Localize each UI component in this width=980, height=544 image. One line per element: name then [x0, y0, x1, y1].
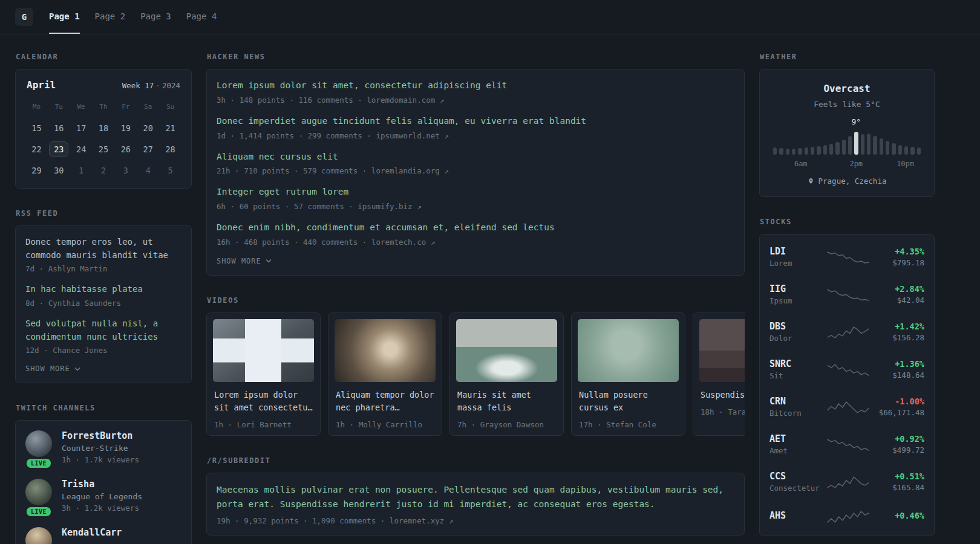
- video-title[interactable]: Suspendisse diam: [701, 389, 745, 401]
- subreddit-post-title[interactable]: Maecenas mollis pulvinar erat non posuer…: [217, 483, 734, 512]
- hn-item: Donec enim nibh, condimentum et accumsan…: [217, 221, 734, 247]
- video-row: Lorem ipsum dolor sit amet consectetu… 1…: [206, 312, 745, 436]
- weather-time-label: 2pm: [849, 160, 863, 168]
- channel-game: Counter-Strike: [62, 444, 139, 453]
- channel-name[interactable]: Trisha: [62, 479, 142, 490]
- hn-item-title[interactable]: Donec imperdiet augue tincidunt felis al…: [217, 115, 734, 128]
- video-thumbnail[interactable]: [335, 319, 436, 382]
- stock-change: +2.84%: [895, 284, 924, 294]
- weather-bar: [817, 146, 820, 155]
- hn-item: Aliquam nec cursus elit 21h · 710 points…: [217, 151, 734, 176]
- video-card[interactable]: Nullam posuere cursus ex 17h · Stefan Co…: [571, 312, 685, 436]
- subreddit-card: Maecenas mollis pulvinar erat non posuer…: [206, 473, 745, 536]
- hackernews-card: Lorem ipsum dolor sit amet, consectetur …: [206, 69, 745, 276]
- weather-bar: [848, 136, 852, 155]
- stock-row[interactable]: DBS Dolor +1.42% $156.28: [769, 313, 924, 351]
- video-title[interactable]: Aliquam tempor dolor nec pharetra…: [336, 389, 434, 414]
- stock-symbol: CCS: [769, 471, 826, 482]
- tab-page-2[interactable]: Page 2: [95, 0, 126, 34]
- stock-row[interactable]: IIG Ipsum +2.84% $42.04: [769, 276, 924, 313]
- hn-item-title[interactable]: Aliquam nec cursus elit: [217, 151, 734, 164]
- stock-price: $165.84: [892, 483, 924, 492]
- video-thumbnail[interactable]: [699, 319, 745, 382]
- twitch-channel[interactable]: LIVE ForrestBurton Counter-Strike 1h · 1…: [25, 430, 181, 464]
- hn-item-title[interactable]: Lorem ipsum dolor sit amet, consectetur …: [217, 79, 734, 92]
- stock-identity: DBS Dolor: [769, 321, 826, 343]
- videos-widget: VIDEOS Lorem ipsum dolor sit amet consec…: [206, 296, 745, 436]
- rss-item: Donec tempor eros leo, ut commodo mauris…: [25, 236, 181, 273]
- stock-values: -1.00% $66,171.48: [879, 397, 924, 417]
- stock-name: Sit: [769, 371, 826, 380]
- rss-item: In hac habitasse platea 8d · Cynthia Sau…: [25, 283, 181, 308]
- hn-item-title[interactable]: Integer eget rutrum lorem: [217, 186, 734, 199]
- calendar-day: 23: [49, 141, 68, 157]
- rss-item: Sed volutpat nulla nisl, a condimentum n…: [25, 317, 181, 355]
- right-column: WEATHER Overcast Feels like 5°C 9° 6am2p…: [759, 53, 935, 544]
- calendar-day: 18: [93, 120, 115, 136]
- rss-item-title[interactable]: Donec tempor eros leo, ut commodo mauris…: [25, 236, 181, 262]
- calendar-day: 4: [137, 163, 159, 178]
- hn-show-more-button[interactable]: SHOW MORE: [217, 257, 272, 265]
- stock-name: Amet: [769, 446, 826, 455]
- channel-name[interactable]: KendallCarr: [62, 527, 122, 538]
- stock-sparkline: [826, 287, 870, 302]
- video-title[interactable]: Lorem ipsum dolor sit amet consectetu…: [214, 389, 313, 414]
- video-card[interactable]: Lorem ipsum dolor sit amet consectetu… 1…: [206, 312, 321, 436]
- weather-bar: [823, 145, 827, 155]
- stock-row[interactable]: CCS Consectetur +0.51% $165.84: [769, 463, 924, 500]
- video-card[interactable]: Suspendisse diam 18h · Tara: [693, 312, 745, 436]
- weather-bar: [873, 136, 877, 155]
- stock-row[interactable]: AET Amet +0.92% $499.72: [769, 426, 924, 463]
- calendar-day: 22: [25, 141, 48, 157]
- video-title[interactable]: Nullam posuere cursus ex: [579, 389, 678, 414]
- app-logo[interactable]: G: [15, 8, 33, 26]
- avatar-wrap: [25, 527, 52, 544]
- hn-item-meta: 3h · 148 points · 116 comments · loremdo…: [217, 96, 734, 105]
- rss-item-title[interactable]: In hac habitasse platea: [25, 283, 181, 296]
- video-thumbnail[interactable]: [213, 319, 314, 382]
- rss-show-more-button[interactable]: SHOW MORE: [25, 364, 80, 373]
- video-thumbnail[interactable]: [456, 319, 557, 382]
- hn-item-title[interactable]: Donec enim nibh, condimentum et accumsan…: [217, 221, 734, 235]
- tab-page-4[interactable]: Page 4: [186, 0, 217, 34]
- weather-bar: [854, 132, 858, 155]
- stock-values: +1.36% $148.64: [892, 359, 924, 380]
- avatar: [25, 430, 52, 457]
- video-card[interactable]: Aliquam tempor dolor nec pharetra… 1h · …: [328, 312, 442, 436]
- calendar-day: 15: [25, 120, 48, 136]
- calendar-month: April: [27, 79, 56, 91]
- calendar-day: 25: [93, 141, 115, 157]
- calendar-day: 19: [114, 120, 137, 136]
- channel-name[interactable]: ForrestBurton: [62, 430, 139, 441]
- stocks-widget: STOCKS LDI Lorem +4.35% $795.18 IIG: [759, 218, 935, 536]
- stock-row[interactable]: CRN Bitcorn -1.00% $66,171.48: [769, 388, 924, 426]
- tab-page-3[interactable]: Page 3: [140, 0, 171, 34]
- rss-widget: RSS FEED Donec tempor eros leo, ut commo…: [15, 209, 192, 383]
- rss-item-title[interactable]: Sed volutpat nulla nisl, a condimentum n…: [25, 317, 181, 343]
- stock-values: +2.84% $42.04: [895, 284, 924, 305]
- hn-item: Lorem ipsum dolor sit amet, consectetur …: [217, 79, 734, 105]
- video-title[interactable]: Mauris sit amet massa felis: [457, 389, 556, 414]
- weather-bar: [880, 138, 883, 155]
- video-card[interactable]: Mauris sit amet massa felis 7h · Grayson…: [449, 312, 564, 436]
- twitch-channel[interactable]: LIVE Trisha League of Legends 3h · 1.2k …: [25, 479, 181, 513]
- stock-row[interactable]: SNRC Sit +1.36% $148.64: [769, 351, 924, 388]
- stock-row[interactable]: AHS +0.46%: [769, 500, 924, 532]
- show-more-label: SHOW MORE: [217, 257, 261, 265]
- calendar-day-header: We: [70, 99, 93, 115]
- stock-identity: AET Amet: [769, 433, 826, 455]
- stock-sparkline: [826, 399, 870, 415]
- weather-bar: [829, 144, 833, 155]
- videos-widget-title: VIDEOS: [207, 296, 745, 305]
- weather-location-label: Prague, Czechia: [818, 176, 887, 186]
- tab-page-1[interactable]: Page 1: [49, 0, 80, 34]
- rss-widget-title: RSS FEED: [16, 209, 192, 218]
- calendar-widget-title: CALENDAR: [16, 53, 192, 61]
- hn-item: Integer eget rutrum lorem 6h · 60 points…: [217, 186, 734, 211]
- stock-sparkline: [826, 361, 870, 377]
- stock-change: -1.00%: [879, 397, 924, 406]
- stock-identity: LDI Lorem: [769, 246, 826, 268]
- twitch-channel[interactable]: KendallCarr: [25, 527, 181, 544]
- stock-row[interactable]: LDI Lorem +4.35% $795.18: [769, 238, 924, 276]
- video-thumbnail[interactable]: [578, 319, 679, 382]
